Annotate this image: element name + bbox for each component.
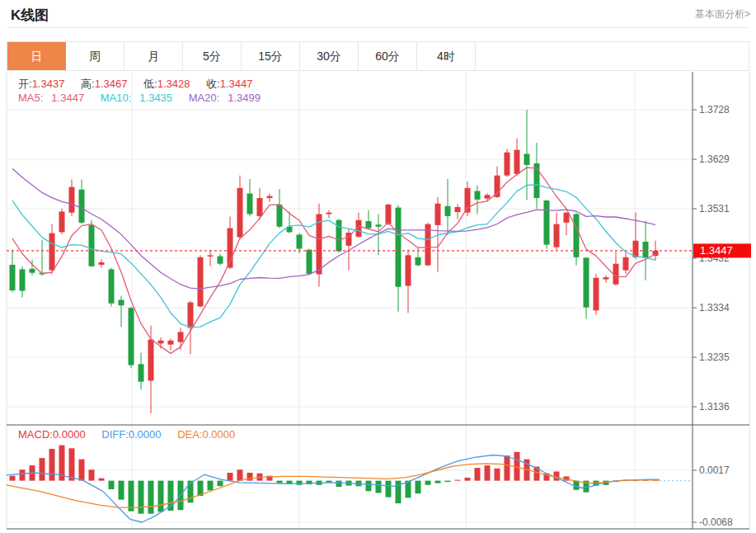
svg-text:1.3728: 1.3728 bbox=[699, 104, 730, 116]
kline-page: K线图 基本面分析> 日 周 月 5分 15分 30分 60分 4时 1.372… bbox=[0, 0, 756, 533]
svg-text:1.3334: 1.3334 bbox=[699, 302, 730, 314]
svg-text:0.0017: 0.0017 bbox=[699, 465, 730, 476]
dea-value: DEA:0.0000 bbox=[177, 428, 235, 441]
low-label: 低: bbox=[143, 78, 157, 90]
close-label: 收: bbox=[206, 78, 220, 90]
macd-legend: MACD:0.0000 DIFF:0.0000 DEA:0.0000 bbox=[18, 428, 235, 441]
ma5-label: MA5: bbox=[18, 92, 43, 104]
ma5-value: 1.3447 bbox=[51, 92, 84, 104]
diff-value: DIFF:0.0000 bbox=[101, 428, 161, 441]
svg-text:1.3235: 1.3235 bbox=[699, 351, 730, 363]
macd-value: MACD:0.0000 bbox=[18, 428, 86, 441]
ma10-value: 1.3435 bbox=[139, 92, 172, 104]
svg-text:-0.0068: -0.0068 bbox=[699, 516, 733, 528]
open-label: 开: bbox=[18, 78, 32, 90]
high-value: 1.3467 bbox=[95, 78, 128, 90]
ma-legend: MA5:1.3447 MA10:1.3435 MA20:1.3499 bbox=[18, 92, 261, 104]
close-value: 1.3447 bbox=[220, 78, 253, 90]
svg-text:1.3136: 1.3136 bbox=[699, 401, 730, 413]
ma10-label: MA10: bbox=[101, 92, 132, 104]
svg-text:1.3531: 1.3531 bbox=[699, 203, 730, 215]
high-label: 高: bbox=[81, 78, 95, 90]
ma20-label: MA20: bbox=[189, 92, 220, 104]
svg-text:1.3447: 1.3447 bbox=[700, 244, 733, 257]
ma20-value: 1.3499 bbox=[228, 92, 261, 104]
svg-text:1.3629: 1.3629 bbox=[699, 153, 730, 165]
open-value: 1.3437 bbox=[32, 78, 65, 90]
ohlc-legend: 开:1.3437 高:1.3467 低:1.3428 收:1.3447 bbox=[18, 77, 252, 92]
low-value: 1.3428 bbox=[157, 78, 190, 90]
